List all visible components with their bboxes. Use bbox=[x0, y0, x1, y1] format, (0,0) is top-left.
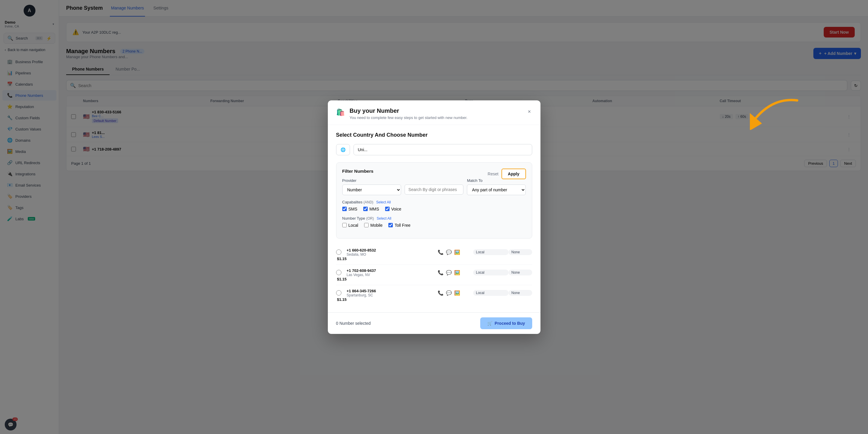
number-value: +1 660-620-8532 bbox=[347, 248, 438, 252]
number-value: +1 864-345-7266 bbox=[347, 289, 438, 293]
capabilities-checkboxes: SMS MMS Voice bbox=[342, 207, 526, 211]
number-type-select-all[interactable]: Select All bbox=[377, 216, 391, 221]
provider-select[interactable]: Number bbox=[342, 185, 401, 195]
capabilities-label: Capabalites bbox=[342, 200, 363, 204]
modal-footer: 0 Number selected 🛒 Proceed to Buy bbox=[328, 312, 540, 334]
list-item: +1 864-345-7266 Spartanburg, SC 📞 💬 🖼️ L… bbox=[336, 285, 532, 305]
sms-checkbox[interactable]: SMS bbox=[342, 207, 358, 211]
registration-tag: None bbox=[508, 249, 532, 255]
mms-icon: 🖼️ bbox=[454, 270, 460, 275]
list-item: +1 660-620-8532 Sedalia, MO 📞 💬 🖼️ Local… bbox=[336, 244, 532, 265]
number-city: Spartanburg, SC bbox=[347, 293, 438, 297]
filter-row: Provider Number Match To Any part of num… bbox=[342, 178, 526, 195]
modal-close-button[interactable]: × bbox=[527, 107, 532, 116]
sms-icon: 💬 bbox=[446, 249, 452, 255]
cart-icon: 🛒 bbox=[487, 321, 492, 326]
provider-field: Provider Number bbox=[342, 178, 401, 195]
number-radio[interactable] bbox=[336, 249, 341, 255]
sms-icon: 💬 bbox=[446, 270, 452, 275]
number-price: $1.15 bbox=[336, 297, 347, 302]
modal-header: 🛍️ Buy your Number You need to complete … bbox=[328, 100, 540, 125]
phone-icon: 📞 bbox=[438, 270, 443, 275]
match-to-field: Match To Any part of number bbox=[467, 178, 526, 195]
number-city: Sedalia, MO bbox=[347, 252, 438, 256]
list-item: +1 702-608-9437 Las Vegas, NV 📞 💬 🖼️ Loc… bbox=[336, 265, 532, 285]
number-value: +1 702-608-9437 bbox=[347, 268, 438, 273]
sms-icon: 💬 bbox=[446, 290, 452, 296]
apply-button[interactable]: Apply bbox=[501, 168, 526, 179]
number-city: Las Vegas, NV bbox=[347, 273, 438, 277]
number-price: $1.15 bbox=[336, 256, 347, 261]
capabilities-logic: (AND) bbox=[364, 200, 373, 204]
selected-count: 0 Number selected bbox=[336, 321, 371, 326]
modal-title: Buy your Number bbox=[350, 107, 522, 114]
capability-icons: 📞 💬 🖼️ bbox=[438, 270, 473, 275]
capability-icons: 📞 💬 🖼️ bbox=[438, 290, 473, 296]
number-radio[interactable] bbox=[336, 290, 341, 296]
mms-icon: 🖼️ bbox=[454, 249, 460, 255]
number-list: +1 660-620-8532 Sedalia, MO 📞 💬 🖼️ Local… bbox=[336, 244, 532, 305]
filter-panel: Filter Numbers Reset Apply Provider Numb… bbox=[336, 162, 532, 239]
type-tag: Local bbox=[473, 290, 508, 296]
digit-search-input[interactable] bbox=[405, 185, 463, 194]
mobile-checkbox[interactable]: Mobile bbox=[364, 223, 382, 228]
registration-tag: None bbox=[508, 290, 532, 296]
number-type-checkboxes: Local Mobile Toll Free bbox=[342, 223, 526, 228]
modal-overlay[interactable]: 🛍️ Buy your Number You need to complete … bbox=[0, 0, 868, 434]
type-tag: Local bbox=[473, 249, 508, 255]
local-checkbox[interactable]: Local bbox=[342, 223, 358, 228]
globe-icon: 🌐 bbox=[341, 147, 345, 152]
match-to-select[interactable]: Any part of number bbox=[467, 185, 526, 195]
proceed-to-buy-button[interactable]: 🛒 Proceed to Buy bbox=[480, 317, 532, 329]
mms-checkbox[interactable]: MMS bbox=[363, 207, 379, 211]
capability-icons: 📞 💬 🖼️ bbox=[438, 249, 473, 255]
country-input[interactable] bbox=[353, 144, 532, 155]
toll-free-checkbox[interactable]: Toll Free bbox=[389, 223, 410, 228]
mms-icon: 🖼️ bbox=[454, 290, 460, 296]
country-select-row: 🌐 bbox=[336, 144, 532, 155]
modal-body: Select Country And Choose Number 🌐 Filte… bbox=[328, 125, 540, 312]
registration-tag: None bbox=[508, 270, 532, 275]
provider-label: Provider bbox=[342, 178, 401, 183]
number-price: $1.15 bbox=[336, 277, 347, 281]
number-type-logic: (OR) bbox=[366, 216, 374, 221]
number-type-row: Number Type (OR) Select All Local Mobile… bbox=[342, 216, 526, 228]
phone-icon: 📞 bbox=[438, 249, 443, 255]
voice-checkbox[interactable]: Voice bbox=[385, 207, 401, 211]
reset-button[interactable]: Reset bbox=[488, 172, 499, 176]
modal-subtitle: You need to complete few easy steps to g… bbox=[350, 116, 522, 120]
modal-section-title: Select Country And Choose Number bbox=[336, 132, 532, 138]
number-type-label: Number Type bbox=[342, 216, 365, 221]
phone-icon: 📞 bbox=[438, 290, 443, 296]
type-tag: Local bbox=[473, 270, 508, 275]
search-field bbox=[405, 178, 463, 195]
capabilities-select-all[interactable]: Select All bbox=[376, 200, 391, 204]
buy-number-modal: 🛍️ Buy your Number You need to complete … bbox=[328, 100, 540, 334]
capabilities-row: Capabalites (AND) Select All SMS MMS Voi… bbox=[342, 200, 526, 211]
shopping-bag-icon: 🛍️ bbox=[336, 108, 345, 116]
number-radio[interactable] bbox=[336, 270, 341, 275]
filter-actions: Reset Apply bbox=[488, 168, 526, 179]
globe-button[interactable]: 🌐 bbox=[336, 144, 350, 155]
